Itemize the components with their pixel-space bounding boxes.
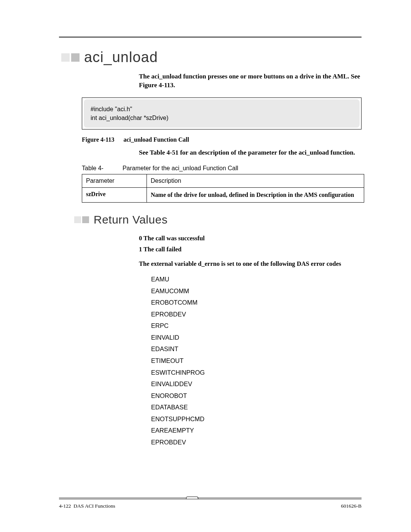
top-rule xyxy=(59,37,362,38)
return-value-line: 1 The call failed xyxy=(139,245,362,254)
code-line: #include "aci.h" xyxy=(91,105,353,113)
figure-label: Figure 4-113 xyxy=(82,136,114,143)
error-code: ERPC xyxy=(151,320,362,332)
page: aci_unload The aci_unload function press… xyxy=(0,0,411,532)
table-title: Parameter for the aci_unload Function Ca… xyxy=(123,165,238,172)
error-code: EAMU xyxy=(151,273,362,285)
error-code: ESWITCHINPROG xyxy=(151,367,362,379)
table-cell-desc: Name of the drive for unload, defined in… xyxy=(147,188,364,203)
table-caption: Table 4- Parameter for the aci_unload Fu… xyxy=(82,165,362,172)
table-label: Table 4- xyxy=(82,165,104,172)
page-footer: 4-122 DAS ACI Functions 601626-B xyxy=(59,498,362,509)
error-code: EAREAEMPTY xyxy=(151,425,362,436)
footer-page-number: 4-122 xyxy=(59,503,71,509)
footer-section-title: DAS ACI Functions xyxy=(73,503,115,509)
parameter-table: Parameter Description szDrive Name of th… xyxy=(82,174,364,203)
figure-title: aci_unload Function Call xyxy=(123,136,189,143)
code-frame: #include "aci.h" int aci_unload(char *sz… xyxy=(82,97,362,129)
table-header-parameter: Parameter xyxy=(82,174,147,188)
table-cell-param: szDrive xyxy=(82,188,147,203)
footer-left: 4-122 DAS ACI Functions xyxy=(59,503,115,509)
heading-1: aci_unload xyxy=(84,49,158,66)
error-code-list: EAMU EAMUCOMM EROBOTCOMM EPROBDEV ERPC E… xyxy=(151,273,362,448)
heading-bullet-icon xyxy=(74,216,89,223)
error-code: ENOROBOT xyxy=(151,390,362,402)
see-table-paragraph: See Table 4-51 for an description of the… xyxy=(139,149,362,157)
error-code: EDASINT xyxy=(151,343,362,355)
error-code: EINVALID xyxy=(151,332,362,343)
code-line: int aci_unload(char *szDrive) xyxy=(91,113,353,122)
error-code: EPROBDEV xyxy=(151,436,362,448)
heading-2-row: Return Values xyxy=(74,213,362,226)
heading-bullet-icon xyxy=(61,53,80,62)
intro-paragraph: The aci_unload function presses one or m… xyxy=(139,72,362,90)
figure-caption: Figure 4-113 aci_unload Function Call xyxy=(82,136,362,143)
footer-rule xyxy=(59,498,362,500)
error-code: EDATABASE xyxy=(151,401,362,413)
error-code: ENOTSUPPHCMD xyxy=(151,413,362,425)
error-code: ETIMEOUT xyxy=(151,355,362,367)
errno-paragraph: The external variable d_errno is set to … xyxy=(139,259,362,268)
error-code: EAMUCOMM xyxy=(151,285,362,297)
heading-1-row: aci_unload xyxy=(61,49,362,66)
return-value-line: 0 The call was successful xyxy=(139,234,362,243)
heading-2: Return Values xyxy=(94,213,167,226)
table-header-row: Parameter Description xyxy=(82,174,364,188)
code-block: #include "aci.h" int aci_unload(char *sz… xyxy=(84,99,360,128)
error-code: EINVALIDDEV xyxy=(151,378,362,390)
return-values-block: 0 The call was successful 1 The call fai… xyxy=(139,234,362,448)
table-header-description: Description xyxy=(147,174,364,188)
footer-doc-id: 601626-B xyxy=(341,503,362,509)
table-row: szDrive Name of the drive for unload, de… xyxy=(82,188,364,203)
error-code: EPROBDEV xyxy=(151,308,362,320)
error-code: EROBOTCOMM xyxy=(151,297,362,308)
